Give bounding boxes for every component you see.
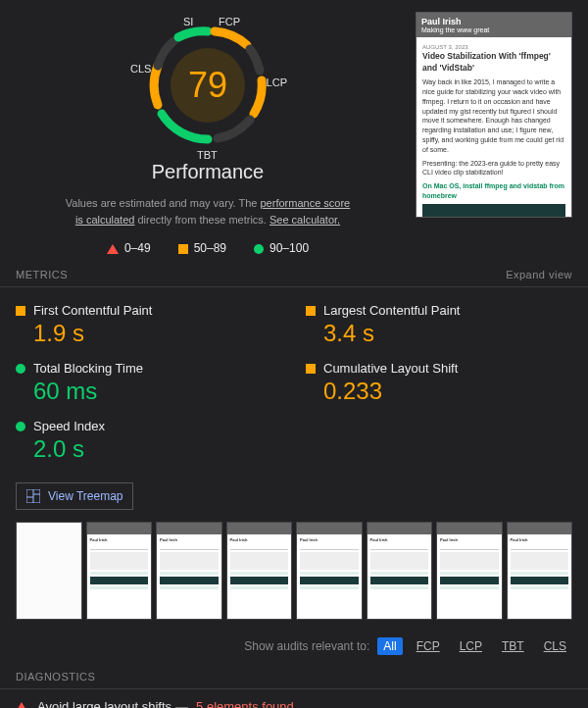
performance-gauge: SI FCP LCP TBT CLS 79 [134, 12, 281, 159]
performance-score: 79 [134, 12, 281, 159]
good-icon [254, 244, 264, 254]
filter-tbt[interactable]: TBT [496, 637, 530, 655]
filmstrip-frame [16, 522, 82, 620]
view-treemap-button[interactable]: View Treemap [16, 482, 133, 510]
page-screenshot: Paul Irish Making the www great AUGUST 3… [416, 12, 572, 218]
metrics-heading: METRICS [16, 269, 68, 280]
metric-fcp: First Contentful Paint 1.9 s [16, 303, 282, 347]
filter-label: Show audits relevant to: [244, 639, 369, 653]
circle-icon [16, 364, 25, 374]
filmstrip-frame: Paul Irish [296, 522, 363, 620]
fail-icon [16, 702, 27, 709]
metric-tbt: Total Blocking Time 60 ms [16, 361, 282, 405]
treemap-icon [26, 489, 40, 503]
expand-view-toggle[interactable]: Expand view [506, 269, 572, 280]
performance-title: Performance [152, 161, 265, 183]
diagnostics-heading: DIAGNOSTICS [16, 671, 95, 683]
metric-cls: Cumulative Layout Shift 0.233 [306, 361, 572, 405]
filmstrip-frame: Paul Irish [156, 522, 222, 620]
filmstrip: Paul Irish Paul Irish Paul Irish Paul Ir… [0, 522, 588, 628]
estimate-text: Values are estimated and may vary. The p… [61, 195, 355, 228]
square-icon [306, 306, 316, 316]
avg-icon [178, 244, 188, 254]
diagnostic-row[interactable]: Avoid large layout shifts — 5 elements f… [0, 689, 588, 708]
score-legend: 0–49 50–89 90–100 [107, 241, 309, 255]
filmstrip-frame: Paul Irish [436, 522, 503, 620]
square-icon [306, 364, 316, 374]
poor-icon [107, 244, 119, 254]
chevron-down-icon: ⌄ [563, 700, 572, 709]
filter-fcp[interactable]: FCP [411, 637, 446, 655]
filmstrip-frame: Paul Irish [86, 522, 153, 620]
square-icon [16, 306, 25, 316]
see-calculator-link[interactable]: See calculator. [270, 214, 340, 226]
filmstrip-frame: Paul Irish [507, 522, 573, 620]
filter-lcp[interactable]: LCP [454, 637, 488, 655]
filter-all[interactable]: All [377, 637, 402, 655]
filmstrip-frame: Paul Irish [226, 522, 293, 620]
filmstrip-frame: Paul Irish [367, 522, 433, 620]
circle-icon [16, 422, 25, 431]
metric-lcp: Largest Contentful Paint 3.4 s [306, 303, 572, 347]
metric-si: Speed Index 2.0 s [16, 419, 282, 463]
filter-cls[interactable]: CLS [538, 637, 572, 655]
